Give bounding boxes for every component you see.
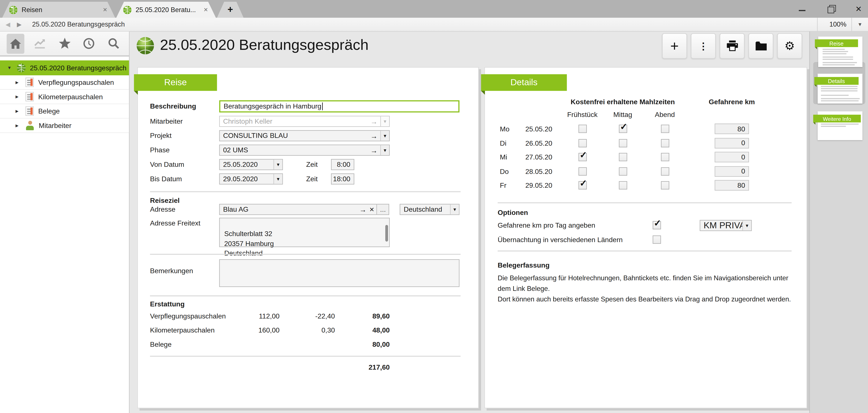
tree-root-reise[interactable]: ▼ 25.05.2020 Beratungsgespräch: [0, 60, 129, 75]
option-label: Gefahrene km pro Tag angeben: [498, 222, 595, 229]
phase-row: Phase 02 UMS → ▼: [150, 145, 460, 155]
checkbox-mittag[interactable]: [619, 125, 627, 133]
checkbox-fruehstueck[interactable]: [579, 153, 587, 161]
new-tab-button[interactable]: +: [217, 2, 243, 18]
goto-arrow-icon[interactable]: →: [368, 145, 380, 155]
ribbon-fold: [481, 91, 485, 95]
tree-item-belege[interactable]: ▶ Belege: [0, 104, 129, 119]
checkbox-fruehstueck[interactable]: [579, 167, 587, 175]
km-input[interactable]: 0: [715, 138, 749, 148]
chevron-down-icon[interactable]: ▼: [380, 116, 389, 126]
adresse-freitext-value: Schulterblatt 32 20357 Hamburg Deutschla…: [224, 230, 274, 257]
mitarbeiter-combo[interactable]: Christoph Keller → ▼: [219, 116, 390, 127]
chevron-down-icon[interactable]: ▼: [450, 204, 459, 214]
search-button[interactable]: [104, 33, 122, 53]
bemerkungen-textarea[interactable]: [219, 259, 460, 287]
chevron-right-icon[interactable]: ▶: [16, 80, 21, 85]
chevron-down-icon[interactable]: ▼: [851, 18, 868, 31]
checkbox-fruehstueck[interactable]: [579, 139, 587, 147]
day-label: Di: [500, 139, 506, 147]
more-options-button[interactable]: ⋮: [691, 33, 716, 59]
bis-zeit-input[interactable]: 18:00: [331, 174, 354, 184]
km-input[interactable]: 0: [715, 166, 749, 177]
reports-button[interactable]: [31, 33, 49, 53]
chevron-down-icon[interactable]: ▼: [273, 159, 282, 169]
chevron-down-icon[interactable]: ▼: [7, 65, 13, 70]
add-button[interactable]: +: [662, 33, 687, 59]
von-zeit-input[interactable]: 8:00: [331, 159, 354, 170]
km-input[interactable]: 80: [715, 124, 749, 134]
chevron-down-icon[interactable]: ▼: [380, 131, 389, 141]
clear-icon[interactable]: ✕: [369, 204, 377, 214]
tree-item-mitarbeiter[interactable]: ▶ Mitarbeiter: [0, 118, 129, 133]
back-icon[interactable]: ◀: [6, 21, 10, 28]
chevron-down-icon[interactable]: ▼: [380, 145, 389, 155]
chevron-down-icon[interactable]: ▼: [273, 174, 282, 184]
checkbox-mittag[interactable]: [619, 153, 627, 161]
close-icon[interactable]: ✕: [203, 7, 209, 13]
forward-icon[interactable]: ▶: [17, 21, 22, 28]
km-input[interactable]: 0: [715, 152, 749, 163]
sidebar-toolbar: [0, 31, 129, 57]
tab-beratungsgespraech[interactable]: 25.05.2020 Beratu... ✕: [116, 2, 216, 18]
chevron-right-icon[interactable]: ▶: [16, 109, 21, 114]
beschreibung-row: Beschreibung Beratungsgespräch in Hambur…: [150, 100, 460, 113]
chevron-down-icon[interactable]: ▼: [742, 220, 751, 231]
close-button[interactable]: ✕: [855, 5, 862, 13]
checkbox-fruehstueck[interactable]: [579, 181, 587, 190]
clock-icon: [83, 38, 95, 50]
checkbox-mittag[interactable]: [619, 167, 627, 175]
mitarbeiter-value: Christoph Keller: [220, 116, 368, 126]
erstattung-sum: 217,60: [335, 363, 390, 371]
zoom-level[interactable]: 100%: [817, 18, 851, 31]
land-combo[interactable]: Deutschland ▼: [400, 204, 460, 215]
adresse-browse-button[interactable]: …: [377, 204, 389, 215]
tab-reisen[interactable]: Reisen ✕: [2, 2, 115, 18]
goto-arrow-icon[interactable]: →: [368, 131, 380, 141]
favorites-button[interactable]: [56, 33, 73, 53]
minimize-button[interactable]: [798, 5, 806, 13]
phase-combo[interactable]: 02 UMS → ▼: [219, 145, 390, 155]
archive-button[interactable]: [748, 33, 773, 59]
checkbox-mittag[interactable]: [619, 181, 627, 190]
checkbox-abend[interactable]: [661, 153, 670, 161]
checkbox-fruehstueck[interactable]: [579, 125, 587, 133]
settings-button[interactable]: ⚙: [777, 33, 802, 59]
chevron-right-icon[interactable]: ▶: [16, 123, 21, 128]
scrollbar-thumb[interactable]: [385, 225, 388, 241]
adresse-freitext-textarea[interactable]: Schulterblatt 32 20357 Hamburg Deutschla…: [219, 218, 390, 247]
bis-datum-picker[interactable]: 29.05.2020 ▼: [219, 174, 283, 184]
home-button[interactable]: [7, 33, 24, 53]
bemerkungen-row: Bemerkungen: [150, 259, 460, 270]
checkbox-mittag[interactable]: [619, 139, 627, 147]
km-input[interactable]: 80: [715, 180, 749, 190]
km-privat-combo[interactable]: KM PRIVAT ▼: [700, 220, 751, 231]
text-caret: [322, 102, 322, 110]
von-datum-picker[interactable]: 25.05.2020 ▼: [219, 159, 283, 170]
restore-button[interactable]: [827, 5, 834, 13]
tree-item-verpflegungspauschalen[interactable]: ▶ Verpflegungspauschalen: [0, 75, 129, 90]
history-button[interactable]: [80, 33, 98, 53]
tab-label: Reisen: [22, 6, 98, 13]
kebab-menu-icon: ⋮: [699, 40, 708, 52]
close-icon[interactable]: ✕: [101, 7, 108, 13]
checkbox-km-pro-tag[interactable]: [653, 221, 661, 229]
km-value: 80: [737, 125, 745, 133]
date-label: 27.05.20: [525, 153, 552, 161]
goto-arrow-icon[interactable]: →: [368, 116, 380, 126]
print-button[interactable]: [720, 33, 745, 59]
page-thumbnail-rail: Reise Details Weitere Info: [809, 31, 868, 413]
checkbox-uebernachtung[interactable]: [653, 235, 661, 244]
separator: [150, 356, 461, 357]
tab-label: 25.05.2020 Beratu...: [135, 6, 198, 13]
checkbox-abend[interactable]: [661, 181, 670, 190]
checkbox-abend[interactable]: [661, 167, 670, 175]
checkbox-abend[interactable]: [661, 125, 670, 133]
projekt-combo[interactable]: CONSULTING BLAU → ▼: [219, 130, 390, 141]
tree-item-kilometerpauschalen[interactable]: ▶ Kilometerpauschalen: [0, 90, 129, 104]
chevron-right-icon[interactable]: ▶: [16, 94, 21, 99]
checkbox-abend[interactable]: [661, 139, 670, 147]
goto-arrow-icon[interactable]: →: [356, 204, 369, 214]
adresse-combo[interactable]: Blau AG → ✕: [219, 204, 377, 215]
beschreibung-input[interactable]: Beratungsgespräch in Hamburg: [219, 100, 460, 112]
